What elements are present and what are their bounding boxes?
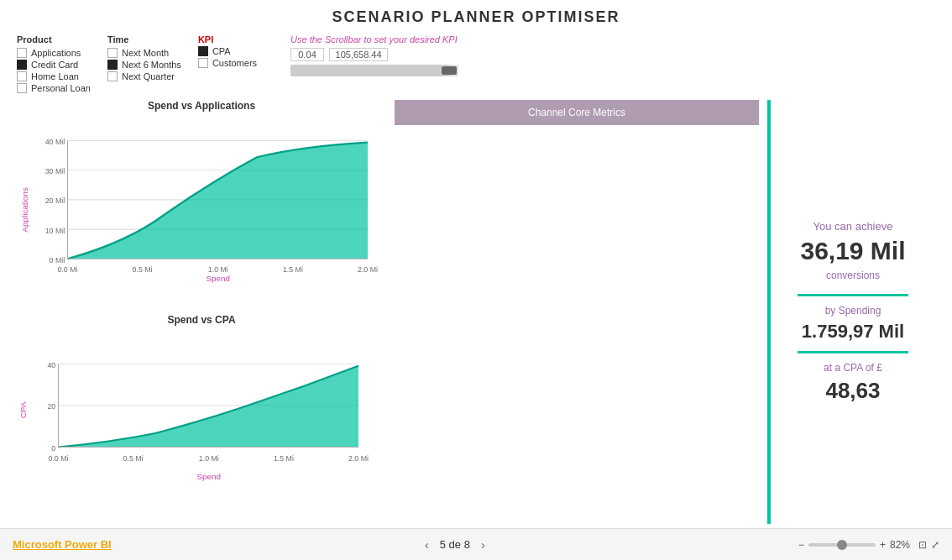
chart-spend-cpa-svg: CPA 0 20 40 Spend 0.0 Mi 0.5 Mi 1. — [17, 327, 386, 521]
svg-text:0.5 Mi: 0.5 Mi — [133, 265, 153, 274]
prev-page-button[interactable]: ‹ — [421, 536, 433, 553]
chart-spend-apps-svg: Applications 0 Mil 10 Mil 20 Mil 30 Mil … — [17, 113, 386, 306]
conversions-value: 36,19 Mil — [800, 237, 905, 265]
checkbox-next6months-icon — [107, 60, 118, 70]
powerbi-link[interactable]: Microsoft Power BI — [13, 538, 112, 551]
spend-applications-chart: Spend vs Applications Applications 0 Mil — [17, 100, 386, 310]
checkbox-nextmonth-icon — [107, 48, 118, 58]
kpi-customers[interactable]: Customers — [198, 58, 257, 68]
product-homeloan-label: Home Loan — [31, 71, 79, 81]
fullscreen-icon[interactable]: ⤢ — [931, 539, 939, 551]
spending-label: by Spending — [825, 305, 881, 317]
svg-text:0 Mil: 0 Mil — [50, 256, 65, 264]
zoom-level: 82% — [890, 539, 910, 551]
middle-section: Channel Core Metrics — [395, 100, 759, 524]
divider-1 — [798, 294, 909, 296]
zoom-area: − + 82% ⊡ ⤢ — [798, 539, 939, 551]
spend-cpa-chart: Spend vs CPA CPA 0 20 40 — [17, 314, 386, 524]
time-filter: Time Next Month Next 6 Months Next Quart… — [107, 34, 181, 81]
svg-text:0.5 Mi: 0.5 Mi — [123, 454, 144, 463]
right-panel: You can achieve 36,19 Mil conversions by… — [767, 100, 935, 524]
content-area: Spend vs Applications Applications 0 Mil — [17, 100, 935, 524]
kpi-label: KPI — [198, 34, 257, 44]
svg-text:0: 0 — [51, 444, 55, 453]
svg-text:30 Mil: 30 Mil — [45, 167, 65, 175]
time-next6months[interactable]: Next 6 Months — [107, 60, 181, 70]
zoom-thumb[interactable] — [837, 540, 847, 550]
channel-metrics-bar: Channel Core Metrics — [395, 100, 759, 125]
scrollbar-min-value: 0.04 — [290, 48, 324, 61]
svg-text:2.0 Mi: 2.0 Mi — [348, 454, 369, 463]
cpa-label: at a CPA of £ — [824, 362, 882, 374]
kpi-cpa-label: CPA — [212, 46, 231, 56]
product-homeloan[interactable]: Home Loan — [17, 71, 91, 81]
time-nextquarter-label: Next Quarter — [122, 71, 175, 81]
product-filter: Product Applications Credit Card Home Lo… — [17, 34, 91, 93]
controls-row: Product Applications Credit Card Home Lo… — [17, 34, 935, 93]
svg-text:1.0 Mi: 1.0 Mi — [208, 265, 228, 274]
chart-spend-cpa-title: Spend vs CPA — [17, 314, 386, 326]
time-nextmonth-label: Next Month — [122, 48, 169, 58]
achieve-label: You can achieve — [813, 220, 893, 233]
scrollbar-track[interactable] — [290, 65, 458, 76]
page-info: 5 de 8 — [440, 538, 470, 551]
product-creditcard[interactable]: Credit Card — [17, 60, 91, 70]
time-nextmonth[interactable]: Next Month — [107, 48, 181, 58]
checkbox-homeloan-icon — [17, 71, 27, 81]
time-next6months-label: Next 6 Months — [122, 60, 181, 70]
fit-view-icon[interactable]: ⊡ — [918, 539, 927, 551]
product-applications-label: Applications — [31, 48, 81, 58]
product-personalloan-label: Personal Loan — [31, 83, 91, 93]
svg-text:Spend: Spend — [196, 472, 221, 481]
kpi-customers-label: Customers — [212, 58, 257, 68]
cpa-value: 48,63 — [825, 378, 880, 404]
svg-text:20 Mil: 20 Mil — [45, 196, 65, 205]
spending-value: 1.759,97 Mil — [802, 321, 904, 343]
charts-column: Spend vs Applications Applications 0 Mil — [17, 100, 386, 524]
svg-text:1.5 Mi: 1.5 Mi — [283, 265, 303, 274]
svg-text:CPA: CPA — [18, 401, 28, 418]
footer-bar: Microsoft Power BI ‹ 5 de 8 › − + 82% ⊡ … — [0, 528, 952, 560]
svg-text:2.0 Mi: 2.0 Mi — [358, 265, 378, 274]
svg-text:Spend: Spend — [206, 274, 230, 283]
time-label: Time — [107, 34, 181, 44]
zoom-track[interactable] — [808, 543, 876, 547]
scrollbar-row: 0.04 105,658.44 — [290, 48, 458, 61]
checkbox-applications-icon — [17, 48, 27, 58]
svg-text:1.0 Mi: 1.0 Mi — [199, 454, 219, 463]
svg-text:1.5 Mi: 1.5 Mi — [274, 454, 294, 463]
page-title: SCENARIO PLANNER OPTIMISER — [17, 8, 935, 26]
zoom-in-button[interactable]: + — [880, 539, 886, 551]
svg-text:0.0 Mi: 0.0 Mi — [49, 454, 69, 463]
radio-customers-icon — [198, 58, 208, 68]
checkbox-nextquarter-icon — [107, 71, 118, 81]
svg-text:0.0 Mi: 0.0 Mi — [58, 265, 78, 274]
checkbox-personalloan-icon — [17, 83, 27, 93]
scrollbar-fill — [290, 65, 450, 76]
next-page-button[interactable]: › — [477, 536, 489, 553]
scrollbar-max-value: 105,658.44 — [329, 48, 388, 61]
product-personalloan[interactable]: Personal Loan — [17, 83, 91, 93]
divider-2 — [798, 351, 909, 353]
product-creditcard-label: Credit Card — [31, 60, 78, 70]
conversions-label: conversions — [826, 270, 880, 281]
zoom-out-button[interactable]: − — [798, 539, 804, 551]
scrollbar-thumb[interactable] — [442, 66, 457, 75]
svg-text:Applications: Applications — [20, 187, 29, 232]
radio-cpa-icon — [198, 46, 208, 56]
svg-text:20: 20 — [47, 402, 55, 411]
checkbox-creditcard-icon — [17, 60, 27, 70]
chart-spend-cpa-area: CPA 0 20 40 Spend 0.0 Mi 0.5 Mi 1. — [17, 327, 386, 521]
scrollbar-section: Use the Scrollbar to set your desired KP… — [290, 34, 458, 76]
time-nextquarter[interactable]: Next Quarter — [107, 71, 181, 81]
svg-text:10 Mil: 10 Mil — [45, 227, 65, 235]
product-applications[interactable]: Applications — [17, 48, 91, 58]
pagination-area: ‹ 5 de 8 › — [421, 536, 489, 553]
kpi-filter: KPI CPA Customers — [198, 34, 257, 68]
product-label: Product — [17, 34, 91, 44]
kpi-cpa[interactable]: CPA — [198, 46, 257, 56]
svg-text:40: 40 — [47, 361, 55, 369]
chart-spend-apps-area: Applications 0 Mil 10 Mil 20 Mil 30 Mil … — [17, 113, 386, 306]
chart-spend-apps-title: Spend vs Applications — [17, 100, 386, 112]
scrollbar-instruction: Use the Scrollbar to set your desired KP… — [290, 34, 458, 44]
